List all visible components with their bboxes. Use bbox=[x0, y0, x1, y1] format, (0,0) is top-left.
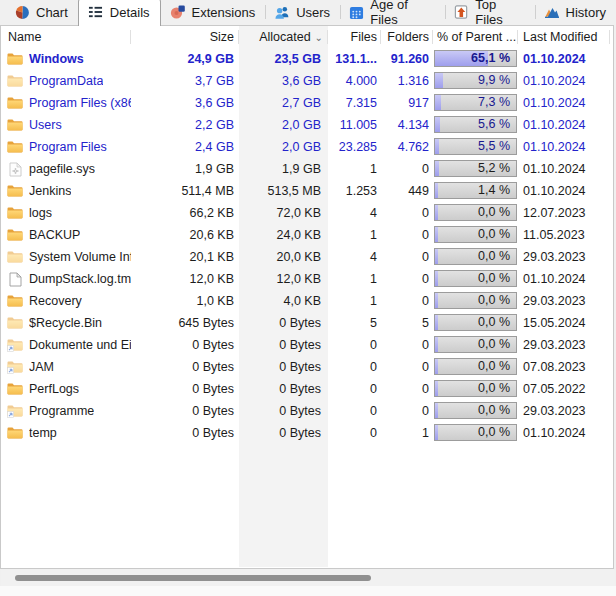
name-cell: Recovery bbox=[1, 290, 131, 312]
last-modified-cell: 01.10.2024 bbox=[518, 158, 610, 180]
table-row-temp[interactable]: temp0 Bytes0 Bytes010,0 %01.10.2024 bbox=[1, 422, 613, 444]
name-cell: $Recycle.Bin bbox=[1, 312, 131, 334]
item-name: Recovery bbox=[29, 290, 82, 312]
item-name: Programme bbox=[29, 400, 94, 422]
tab-details[interactable]: Details bbox=[78, 0, 161, 26]
column-header-size[interactable]: Size bbox=[131, 26, 239, 48]
column-header-files[interactable]: Files bbox=[328, 26, 381, 48]
table-row-windows[interactable]: Windows24,9 GB23,5 GB131.1...91.26065,1 … bbox=[1, 48, 613, 70]
tab-extensions[interactable]: Extensions bbox=[161, 0, 266, 25]
table-row-perflogs[interactable]: PerfLogs0 Bytes0 Bytes000,0 %07.05.2022 bbox=[1, 378, 613, 400]
column-header-last-modified[interactable]: Last Modified bbox=[518, 26, 610, 48]
table-row-system-volume-infor[interactable]: System Volume Infor...20,1 KB20,0 KB400,… bbox=[1, 246, 613, 268]
folders-cell: 0 bbox=[381, 268, 433, 290]
tab-separator bbox=[535, 5, 536, 19]
column-header-label: Name bbox=[8, 30, 41, 44]
tab-label: Top Files bbox=[475, 0, 524, 27]
percent-bar-fill bbox=[435, 183, 438, 198]
allocated-cell: 0 Bytes bbox=[239, 422, 328, 444]
percent-bar: 65,1 % bbox=[434, 50, 517, 67]
item-name: Dokumente und Eins... bbox=[29, 334, 131, 356]
top-files-icon bbox=[454, 4, 469, 20]
table-row-program-files[interactable]: Program Files2,4 GB2,0 GB23.2854.7625,5 … bbox=[1, 136, 613, 158]
percent-value: 0,0 % bbox=[478, 381, 510, 396]
name-cell: temp bbox=[1, 422, 131, 444]
table-row-programdata[interactable]: ProgramData3,7 GB3,6 GB4.0001.3169,9 %01… bbox=[1, 70, 613, 92]
percent-bar-fill bbox=[435, 139, 439, 154]
folders-cell: 0 bbox=[381, 290, 433, 312]
folders-cell: 0 bbox=[381, 202, 433, 224]
sort-chevron-icon[interactable]: ⌄ bbox=[315, 32, 323, 43]
percent-bar: 0,0 % bbox=[434, 314, 517, 331]
last-modified-cell: 12.07.2023 bbox=[518, 202, 610, 224]
size-cell: 1,0 KB bbox=[131, 290, 239, 312]
table-row-pagefile-sys[interactable]: pagefile.sys1,9 GB1,9 GB105,2 %01.10.202… bbox=[1, 158, 613, 180]
table-row-program-files-x86[interactable]: Program Files (x86)3,6 GB2,7 GB7.3159177… bbox=[1, 92, 613, 114]
folder-link-icon bbox=[7, 403, 23, 419]
table-row-jam[interactable]: JAM0 Bytes0 Bytes000,0 %07.08.2023 bbox=[1, 356, 613, 378]
extensions-icon bbox=[170, 4, 186, 20]
column-header-folders[interactable]: Folders bbox=[381, 26, 433, 48]
percent-bar: 0,0 % bbox=[434, 270, 517, 287]
column-header-of-parent[interactable]: % of Parent ... bbox=[433, 26, 518, 48]
allocated-cell: 72,0 KB bbox=[239, 202, 328, 224]
tab-history[interactable]: History bbox=[535, 0, 616, 25]
size-cell: 3,6 GB bbox=[131, 92, 239, 114]
column-header-row: NameSizeAllocated⌄FilesFolders% of Paren… bbox=[1, 26, 613, 48]
folders-cell: 449 bbox=[381, 180, 433, 202]
size-cell: 2,4 GB bbox=[131, 136, 239, 158]
percent-bar: 0,0 % bbox=[434, 402, 517, 419]
tab-top-files[interactable]: Top Files bbox=[445, 0, 534, 25]
tab-age-of-files[interactable]: Age of Files bbox=[340, 0, 445, 25]
size-cell: 12,0 KB bbox=[131, 268, 239, 290]
size-cell: 645 Bytes bbox=[131, 312, 239, 334]
percent-value: 5,6 % bbox=[478, 117, 510, 132]
item-name: BACKUP bbox=[29, 224, 80, 246]
files-cell: 11.005 bbox=[328, 114, 381, 136]
table-row-dokumente-und-eins[interactable]: Dokumente und Eins...0 Bytes0 Bytes000,0… bbox=[1, 334, 613, 356]
percent-bar-fill bbox=[435, 403, 438, 418]
last-modified-cell: 07.08.2023 bbox=[518, 356, 610, 378]
percent-cell: 0,0 % bbox=[433, 312, 518, 334]
table-row-logs[interactable]: logs66,2 KB72,0 KB400,0 %12.07.2023 bbox=[1, 202, 613, 224]
folders-cell: 4.762 bbox=[381, 136, 433, 158]
size-cell: 66,2 KB bbox=[131, 202, 239, 224]
allocated-cell: 513,5 MB bbox=[239, 180, 328, 202]
table-row-recovery[interactable]: Recovery1,0 KB4,0 KB100,0 %29.03.2023 bbox=[1, 290, 613, 312]
table-row-backup[interactable]: BACKUP20,6 KB24,0 KB100,0 %11.05.2023 bbox=[1, 224, 613, 246]
column-header-allocated[interactable]: Allocated⌄ bbox=[239, 26, 328, 48]
last-modified-cell: 29.03.2023 bbox=[518, 290, 610, 312]
percent-cell: 0,0 % bbox=[433, 334, 518, 356]
files-cell: 4 bbox=[328, 246, 381, 268]
tab-chart[interactable]: Chart bbox=[5, 0, 78, 25]
percent-bar: 1,4 % bbox=[434, 182, 517, 199]
files-cell: 7.315 bbox=[328, 92, 381, 114]
table-row-programme[interactable]: Programme0 Bytes0 Bytes000,0 %29.03.2023 bbox=[1, 400, 613, 422]
percent-bar-fill bbox=[435, 227, 438, 242]
horizontal-scrollbar[interactable] bbox=[1, 570, 615, 586]
folders-cell: 0 bbox=[381, 224, 433, 246]
percent-value: 0,0 % bbox=[478, 359, 510, 374]
scrollbar-thumb[interactable] bbox=[15, 575, 371, 581]
item-name: Jenkins bbox=[29, 180, 71, 202]
percent-value: 1,4 % bbox=[478, 183, 510, 198]
percent-value: 5,2 % bbox=[478, 161, 510, 176]
table-row-users[interactable]: Users2,2 GB2,0 GB11.0054.1345,6 %01.10.2… bbox=[1, 114, 613, 136]
folders-cell: 917 bbox=[381, 92, 433, 114]
percent-value: 65,1 % bbox=[471, 51, 510, 66]
table-row-jenkins[interactable]: Jenkins511,4 MB513,5 MB1.2534491,4 %01.1… bbox=[1, 180, 613, 202]
tab-users[interactable]: Users bbox=[265, 0, 340, 25]
name-cell: PerfLogs bbox=[1, 378, 131, 400]
name-cell: ProgramData bbox=[1, 70, 131, 92]
allocated-cell: 1,9 GB bbox=[239, 158, 328, 180]
table-row-recycle-bin[interactable]: $Recycle.Bin645 Bytes0 Bytes550,0 %15.05… bbox=[1, 312, 613, 334]
item-name: $Recycle.Bin bbox=[29, 312, 102, 334]
column-header-name[interactable]: Name bbox=[1, 26, 131, 48]
percent-cell: 1,4 % bbox=[433, 180, 518, 202]
name-cell: System Volume Infor... bbox=[1, 246, 131, 268]
files-cell: 0 bbox=[328, 378, 381, 400]
table-row-dumpstack-log-tmp[interactable]: DumpStack.log.tmp12,0 KB12,0 KB100,0 %01… bbox=[1, 268, 613, 290]
folders-cell: 91.260 bbox=[381, 48, 433, 70]
size-cell: 0 Bytes bbox=[131, 356, 239, 378]
view-tab-bar: ChartDetailsExtensionsUsersAge of FilesT… bbox=[0, 0, 616, 25]
